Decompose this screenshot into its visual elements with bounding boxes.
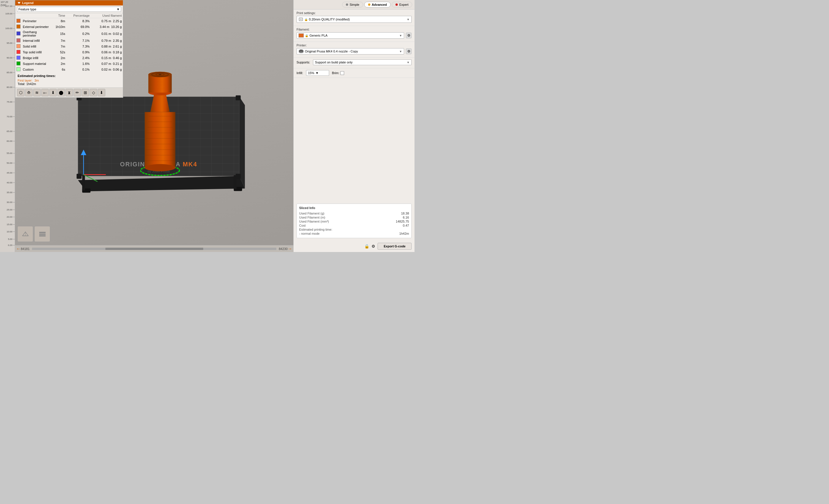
- ruler-mark: 15.00: [0, 223, 15, 226]
- lock-icon[interactable]: 🔒: [364, 244, 369, 248]
- ruler-mark: 95.00: [0, 42, 15, 44]
- infill-label: Infill:: [296, 71, 303, 75]
- sliced-info-panel: Sliced Info Used Filament (g)18.38Used F…: [296, 203, 411, 238]
- ruler-mark: 10.00: [0, 230, 15, 233]
- svg-point-51: [145, 164, 175, 171]
- toolbar-layers-button[interactable]: ≋: [33, 89, 41, 96]
- legend-row: Perimeter 8m 8.3% 0.75 m 2.25 g: [15, 18, 123, 24]
- toolbar-add-object-button[interactable]: ⬡: [17, 89, 25, 96]
- ruler-mark: 65.00: [0, 130, 15, 132]
- ruler-mark: 40.00: [0, 181, 15, 184]
- print-settings-label: Print settings:: [296, 11, 411, 15]
- ruler-mark: 80.00: [0, 86, 15, 88]
- print-settings-select[interactable]: 🔒 0.20mm QUALITY (modified) ▼: [296, 16, 411, 23]
- ruler-mark: 105.00: [0, 12, 15, 15]
- ruler-mark: 55.00: [0, 152, 15, 155]
- ruler-mark: 90.00: [0, 56, 15, 59]
- svg-rect-66: [39, 235, 45, 236]
- advanced-dot: [368, 3, 370, 6]
- ruler-mark: 100.00: [0, 27, 15, 30]
- toolbar-move-down-button[interactable]: ⬇: [98, 89, 105, 96]
- legend-footer: Estimated printing times: First layer: 3…: [15, 72, 123, 87]
- ruler-mark: 50.00: [0, 162, 15, 164]
- toolbar-wipe-tower-button[interactable]: ⧗: [66, 89, 73, 96]
- svg-rect-71: [300, 49, 302, 50]
- ruler-mark: 5.00: [0, 238, 15, 240]
- advanced-mode-button[interactable]: Advanced: [364, 2, 391, 7]
- legend-dropdown-row: Feature type ▼: [15, 5, 123, 13]
- toolbar-support-button[interactable]: ⟜: [41, 89, 49, 96]
- ruler-mark: 35.00: [0, 191, 15, 194]
- scroll-right-arrow[interactable]: →: [288, 246, 292, 251]
- svg-rect-32: [82, 175, 85, 191]
- legend-title: Legend: [22, 1, 33, 5]
- toolbar-arrange-button[interactable]: ⟰: [25, 89, 33, 96]
- svg-marker-43: [150, 92, 170, 112]
- legend-panel: Legend Feature type ▼ Time Percentag: [15, 0, 123, 98]
- sliced-info-row: Used Filament (mm³)14825.75: [299, 220, 409, 224]
- toolbar-colors-button[interactable]: ⬤: [58, 89, 65, 96]
- brim-label: Brim:: [332, 71, 339, 75]
- expert-mode-button[interactable]: Expert: [392, 2, 412, 7]
- infill-select[interactable]: 15% ▼: [306, 70, 329, 76]
- legend-row: External perimeter 1h10m 69.0% 3.44 m 10…: [15, 24, 123, 30]
- export-settings-icon[interactable]: ⚙: [371, 244, 375, 248]
- legend-row: Overhang perimeter 15s 0.2% 0.01 m 0.02 …: [15, 30, 123, 38]
- ruler-mark: 0.20: [0, 244, 15, 246]
- ruler-mark: 70.00: [0, 115, 15, 118]
- legend-row: Bridge infill 2m 2.4% 0.15 m 0.46 g: [15, 55, 123, 61]
- toolbar-orient-button[interactable]: ⊞: [82, 89, 89, 96]
- export-gcode-button[interactable]: Export G-code: [377, 243, 411, 250]
- ruler-left-value: 84181: [21, 247, 30, 250]
- ruler-mark: 25.00: [0, 208, 15, 211]
- print-settings-section: Print settings: 🔒 0.20mm QUALITY (modifi…: [294, 9, 414, 26]
- sliced-info-row: Used Filament (m)6.16: [299, 216, 409, 220]
- printer-settings-button[interactable]: ⚙: [406, 48, 411, 54]
- ruler-mark: 85.00: [0, 71, 15, 74]
- layer-view-button[interactable]: [34, 226, 50, 242]
- ruler-right-value: 84230: [279, 247, 288, 250]
- filament-label: Filament:: [296, 28, 411, 31]
- ruler-mark: 30.00: [0, 201, 15, 203]
- sliced-info-row: Cost0.47: [299, 224, 409, 228]
- simple-mode-button[interactable]: Simple: [342, 2, 363, 7]
- svg-rect-33: [233, 175, 237, 189]
- legend-collapse-icon[interactable]: [17, 2, 21, 4]
- legend-row: Support material 2m 1.6% 0.07 m 0.21 g: [15, 61, 123, 67]
- filament-section: Filament: 🔒 Generic PLA ▼ ⚙: [294, 26, 414, 42]
- printer-select[interactable]: Original Prusa MK4 0.4 nozzle - Copy ▼: [296, 48, 404, 54]
- legend-dropdown[interactable]: Feature type ▼: [17, 7, 121, 12]
- legend-row: Solid infill 7m 7.3% 0.88 m 2.61 g: [15, 43, 123, 49]
- filament-settings-button[interactable]: ⚙: [406, 33, 411, 38]
- toolbar-cut-button[interactable]: ✏: [74, 89, 81, 96]
- legend-row: Custom 6s 0.1% 0.02 m 0.06 g: [15, 67, 123, 72]
- svg-rect-64: [39, 232, 45, 233]
- 3d-view-button[interactable]: [17, 226, 33, 242]
- sliced-info-title: Sliced Info: [299, 206, 409, 209]
- legend-row: Internal infill 7m 7.1% 0.79 m 2.35 g: [15, 38, 123, 43]
- svg-marker-0: [78, 176, 245, 191]
- filament-select[interactable]: 🔒 Generic PLA ▼: [296, 32, 404, 39]
- simple-dot: [346, 3, 348, 6]
- supports-select[interactable]: Support on build plate only ▼: [313, 60, 411, 65]
- svg-rect-72: [300, 52, 302, 53]
- sliced-info-row: Used Filament (g)18.38: [299, 211, 409, 216]
- legend-row: Top solid infill 52s 0.9% 0.06 m 0.18 g: [15, 49, 123, 55]
- brim-checkbox[interactable]: [340, 71, 344, 75]
- svg-rect-28: [76, 174, 81, 179]
- toolbar-place-button[interactable]: ⬇: [49, 89, 57, 96]
- print-profile-icon: [298, 17, 303, 22]
- h-scroll: ← 84181 84230 →: [15, 245, 293, 252]
- scroll-left-arrow[interactable]: ←: [16, 246, 21, 251]
- export-section: 🔒 ⚙ Export G-code: [294, 240, 414, 252]
- sliced-info-row: Estimated printing time:: [299, 228, 409, 232]
- expert-dot: [395, 3, 398, 6]
- supports-section: Supports: Support on build plate only ▼: [294, 58, 414, 68]
- ruler-mark: 20.00: [0, 216, 15, 218]
- svg-rect-42: [145, 112, 175, 168]
- ruler-mark: 45.00: [0, 171, 15, 174]
- ruler-mark: 107.20: [0, 5, 15, 7]
- printer-label: Printer:: [296, 43, 411, 47]
- ruler-mark: 60.00: [0, 140, 15, 143]
- toolbar-measure-button[interactable]: ◇: [90, 89, 97, 96]
